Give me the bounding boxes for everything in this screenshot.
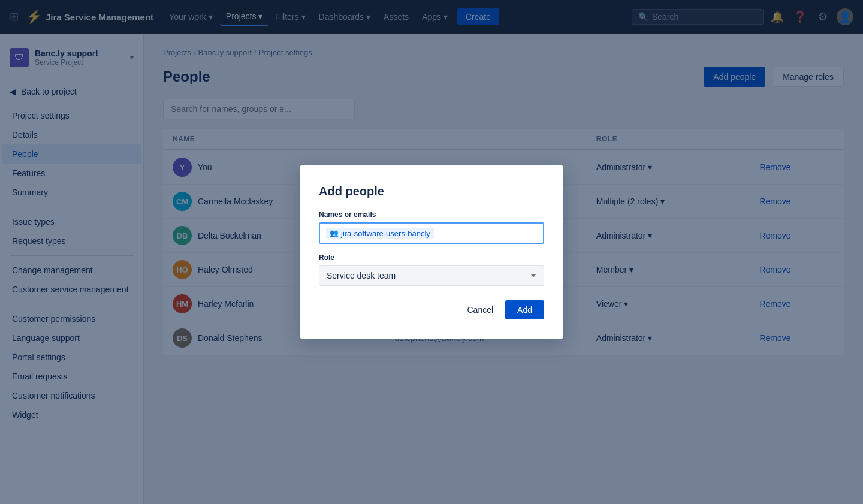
cancel-button[interactable]: Cancel [460,300,500,319]
names-input-field[interactable] [437,228,537,238]
names-chip: 👥 jira-software-users-bancly [326,228,434,239]
add-button[interactable]: Add [505,300,544,319]
role-select[interactable]: Service desk team Administrator Member V… [319,265,544,286]
modal-title: Add people [319,185,544,198]
names-form-group: Names or emails 👥 jira-software-users-ba… [319,210,544,244]
names-label: Names or emails [319,210,544,219]
chip-text: jira-software-users-bancly [341,229,430,238]
modal-overlay[interactable]: Add people Names or emails 👥 jira-softwa… [0,0,863,504]
names-input-container[interactable]: 👥 jira-software-users-bancly [319,222,544,244]
role-form-group: Role Service desk team Administrator Mem… [319,253,544,286]
modal-actions: Cancel Add [319,300,544,319]
group-icon: 👥 [330,229,339,237]
role-label: Role [319,253,544,262]
add-people-modal: Add people Names or emails 👥 jira-softwa… [300,165,563,339]
